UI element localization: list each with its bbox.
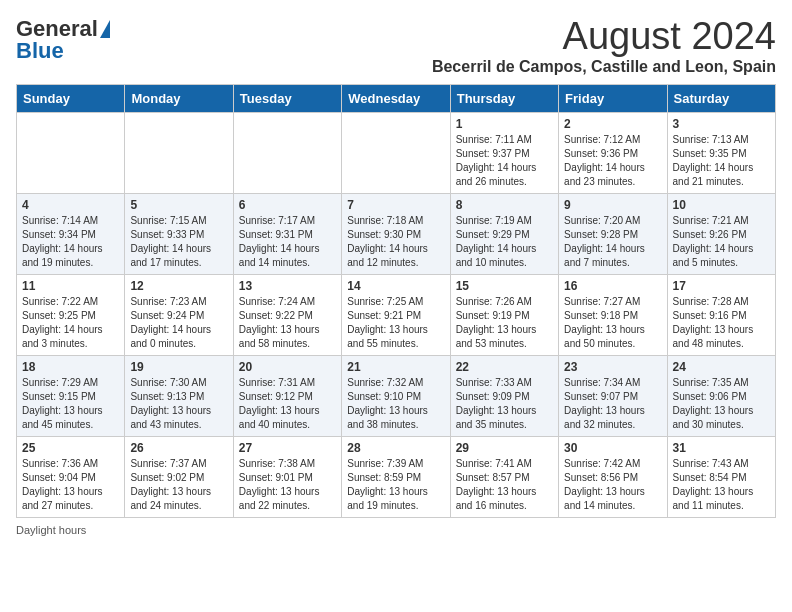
day-number: 8	[456, 198, 553, 212]
cell-content: Sunrise: 7:20 AM Sunset: 9:28 PM Dayligh…	[564, 214, 661, 270]
day-number: 23	[564, 360, 661, 374]
cell-content: Sunrise: 7:29 AM Sunset: 9:15 PM Dayligh…	[22, 376, 119, 432]
day-number: 19	[130, 360, 227, 374]
calendar-cell-5-4: 28Sunrise: 7:39 AM Sunset: 8:59 PM Dayli…	[342, 436, 450, 517]
day-number: 27	[239, 441, 336, 455]
calendar-cell-4-6: 23Sunrise: 7:34 AM Sunset: 9:07 PM Dayli…	[559, 355, 667, 436]
calendar-cell-3-3: 13Sunrise: 7:24 AM Sunset: 9:22 PM Dayli…	[233, 274, 341, 355]
cell-content: Sunrise: 7:22 AM Sunset: 9:25 PM Dayligh…	[22, 295, 119, 351]
cell-content: Sunrise: 7:39 AM Sunset: 8:59 PM Dayligh…	[347, 457, 444, 513]
cell-content: Sunrise: 7:19 AM Sunset: 9:29 PM Dayligh…	[456, 214, 553, 270]
day-number: 18	[22, 360, 119, 374]
day-number: 26	[130, 441, 227, 455]
day-number: 1	[456, 117, 553, 131]
day-number: 24	[673, 360, 770, 374]
calendar-cell-2-5: 8Sunrise: 7:19 AM Sunset: 9:29 PM Daylig…	[450, 193, 558, 274]
cell-content: Sunrise: 7:11 AM Sunset: 9:37 PM Dayligh…	[456, 133, 553, 189]
calendar-cell-1-1	[17, 112, 125, 193]
calendar-cell-4-2: 19Sunrise: 7:30 AM Sunset: 9:13 PM Dayli…	[125, 355, 233, 436]
calendar-cell-2-6: 9Sunrise: 7:20 AM Sunset: 9:28 PM Daylig…	[559, 193, 667, 274]
subtitle: Becerril de Campos, Castille and Leon, S…	[432, 58, 776, 76]
cell-content: Sunrise: 7:43 AM Sunset: 8:54 PM Dayligh…	[673, 457, 770, 513]
calendar-cell-5-1: 25Sunrise: 7:36 AM Sunset: 9:04 PM Dayli…	[17, 436, 125, 517]
day-number: 15	[456, 279, 553, 293]
calendar-cell-5-5: 29Sunrise: 7:41 AM Sunset: 8:57 PM Dayli…	[450, 436, 558, 517]
day-number: 14	[347, 279, 444, 293]
day-number: 17	[673, 279, 770, 293]
calendar-cell-5-3: 27Sunrise: 7:38 AM Sunset: 9:01 PM Dayli…	[233, 436, 341, 517]
cell-content: Sunrise: 7:30 AM Sunset: 9:13 PM Dayligh…	[130, 376, 227, 432]
col-header-monday: Monday	[125, 84, 233, 112]
day-number: 2	[564, 117, 661, 131]
cell-content: Sunrise: 7:34 AM Sunset: 9:07 PM Dayligh…	[564, 376, 661, 432]
calendar-cell-2-7: 10Sunrise: 7:21 AM Sunset: 9:26 PM Dayli…	[667, 193, 775, 274]
cell-content: Sunrise: 7:14 AM Sunset: 9:34 PM Dayligh…	[22, 214, 119, 270]
cell-content: Sunrise: 7:33 AM Sunset: 9:09 PM Dayligh…	[456, 376, 553, 432]
col-header-sunday: Sunday	[17, 84, 125, 112]
day-number: 6	[239, 198, 336, 212]
col-header-saturday: Saturday	[667, 84, 775, 112]
calendar-cell-4-5: 22Sunrise: 7:33 AM Sunset: 9:09 PM Dayli…	[450, 355, 558, 436]
cell-content: Sunrise: 7:41 AM Sunset: 8:57 PM Dayligh…	[456, 457, 553, 513]
col-header-thursday: Thursday	[450, 84, 558, 112]
cell-content: Sunrise: 7:37 AM Sunset: 9:02 PM Dayligh…	[130, 457, 227, 513]
cell-content: Sunrise: 7:23 AM Sunset: 9:24 PM Dayligh…	[130, 295, 227, 351]
day-number: 22	[456, 360, 553, 374]
day-number: 9	[564, 198, 661, 212]
calendar-cell-3-1: 11Sunrise: 7:22 AM Sunset: 9:25 PM Dayli…	[17, 274, 125, 355]
day-number: 13	[239, 279, 336, 293]
cell-content: Sunrise: 7:27 AM Sunset: 9:18 PM Dayligh…	[564, 295, 661, 351]
day-number: 31	[673, 441, 770, 455]
day-number: 21	[347, 360, 444, 374]
day-number: 25	[22, 441, 119, 455]
header: General Blue August 2024 Becerril de Cam…	[16, 16, 776, 76]
main-title: August 2024	[432, 16, 776, 58]
day-number: 29	[456, 441, 553, 455]
calendar-cell-4-4: 21Sunrise: 7:32 AM Sunset: 9:10 PM Dayli…	[342, 355, 450, 436]
cell-content: Sunrise: 7:42 AM Sunset: 8:56 PM Dayligh…	[564, 457, 661, 513]
calendar-cell-5-2: 26Sunrise: 7:37 AM Sunset: 9:02 PM Dayli…	[125, 436, 233, 517]
day-number: 10	[673, 198, 770, 212]
calendar-cell-3-4: 14Sunrise: 7:25 AM Sunset: 9:21 PM Dayli…	[342, 274, 450, 355]
calendar-cell-4-7: 24Sunrise: 7:35 AM Sunset: 9:06 PM Dayli…	[667, 355, 775, 436]
day-number: 16	[564, 279, 661, 293]
col-header-friday: Friday	[559, 84, 667, 112]
week-row-1: 1Sunrise: 7:11 AM Sunset: 9:37 PM Daylig…	[17, 112, 776, 193]
cell-content: Sunrise: 7:12 AM Sunset: 9:36 PM Dayligh…	[564, 133, 661, 189]
calendar-cell-3-5: 15Sunrise: 7:26 AM Sunset: 9:19 PM Dayli…	[450, 274, 558, 355]
day-number: 11	[22, 279, 119, 293]
daylight-hours-label: Daylight hours	[16, 524, 86, 536]
title-area: August 2024 Becerril de Campos, Castille…	[432, 16, 776, 76]
calendar-cell-1-7: 3Sunrise: 7:13 AM Sunset: 9:35 PM Daylig…	[667, 112, 775, 193]
logo-triangle-icon	[100, 20, 110, 38]
cell-content: Sunrise: 7:31 AM Sunset: 9:12 PM Dayligh…	[239, 376, 336, 432]
calendar-cell-2-2: 5Sunrise: 7:15 AM Sunset: 9:33 PM Daylig…	[125, 193, 233, 274]
calendar-cell-1-3	[233, 112, 341, 193]
week-row-5: 25Sunrise: 7:36 AM Sunset: 9:04 PM Dayli…	[17, 436, 776, 517]
cell-content: Sunrise: 7:24 AM Sunset: 9:22 PM Dayligh…	[239, 295, 336, 351]
week-row-3: 11Sunrise: 7:22 AM Sunset: 9:25 PM Dayli…	[17, 274, 776, 355]
calendar-cell-4-3: 20Sunrise: 7:31 AM Sunset: 9:12 PM Dayli…	[233, 355, 341, 436]
day-number: 20	[239, 360, 336, 374]
logo: General Blue	[16, 16, 110, 64]
calendar-cell-5-7: 31Sunrise: 7:43 AM Sunset: 8:54 PM Dayli…	[667, 436, 775, 517]
cell-content: Sunrise: 7:13 AM Sunset: 9:35 PM Dayligh…	[673, 133, 770, 189]
col-header-tuesday: Tuesday	[233, 84, 341, 112]
cell-content: Sunrise: 7:35 AM Sunset: 9:06 PM Dayligh…	[673, 376, 770, 432]
calendar-cell-4-1: 18Sunrise: 7:29 AM Sunset: 9:15 PM Dayli…	[17, 355, 125, 436]
week-row-2: 4Sunrise: 7:14 AM Sunset: 9:34 PM Daylig…	[17, 193, 776, 274]
cell-content: Sunrise: 7:32 AM Sunset: 9:10 PM Dayligh…	[347, 376, 444, 432]
calendar-table: SundayMondayTuesdayWednesdayThursdayFrid…	[16, 84, 776, 518]
calendar-cell-3-6: 16Sunrise: 7:27 AM Sunset: 9:18 PM Dayli…	[559, 274, 667, 355]
day-number: 12	[130, 279, 227, 293]
day-number: 4	[22, 198, 119, 212]
day-number: 3	[673, 117, 770, 131]
calendar-cell-3-7: 17Sunrise: 7:28 AM Sunset: 9:16 PM Dayli…	[667, 274, 775, 355]
cell-content: Sunrise: 7:15 AM Sunset: 9:33 PM Dayligh…	[130, 214, 227, 270]
day-number: 7	[347, 198, 444, 212]
calendar-cell-1-5: 1Sunrise: 7:11 AM Sunset: 9:37 PM Daylig…	[450, 112, 558, 193]
cell-content: Sunrise: 7:38 AM Sunset: 9:01 PM Dayligh…	[239, 457, 336, 513]
day-number: 5	[130, 198, 227, 212]
cell-content: Sunrise: 7:21 AM Sunset: 9:26 PM Dayligh…	[673, 214, 770, 270]
cell-content: Sunrise: 7:26 AM Sunset: 9:19 PM Dayligh…	[456, 295, 553, 351]
